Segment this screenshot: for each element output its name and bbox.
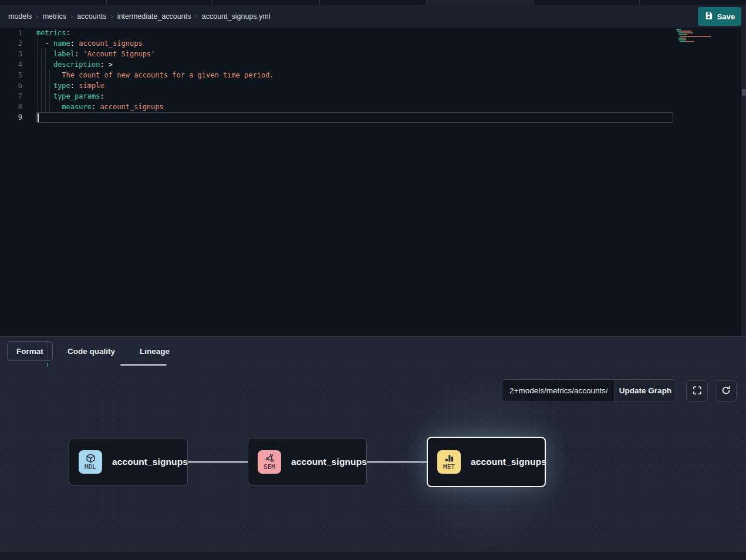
editor-scrollbar[interactable] xyxy=(741,28,746,336)
code-text: measure: account_signups xyxy=(36,102,164,112)
breadcrumb-separator: › xyxy=(195,12,197,21)
top-tab-4[interactable] xyxy=(320,0,427,5)
code-text: type: simple xyxy=(36,80,104,91)
breadcrumb-separator: › xyxy=(70,12,73,21)
badge-type-label: MDL xyxy=(85,464,96,471)
semantic-icon xyxy=(265,453,275,463)
node-label: account_signups xyxy=(112,457,188,467)
mdl-badge: MDL xyxy=(79,450,102,474)
tab-code-quality[interactable]: Code quality xyxy=(67,347,115,356)
code-editor[interactable]: 1metrics:2 - name: account_signups3 labe… xyxy=(0,28,746,336)
indent-guide xyxy=(49,70,50,112)
badge-type-label: SEM xyxy=(264,464,275,471)
top-tab-3[interactable] xyxy=(213,0,320,5)
text-cursor xyxy=(38,113,39,122)
metric-icon xyxy=(444,453,454,463)
code-text: label: 'Account Signups' xyxy=(36,49,155,59)
refresh-button[interactable] xyxy=(715,380,737,402)
code-line-4[interactable]: 4 description: > xyxy=(0,59,746,70)
breadcrumb-separator: › xyxy=(36,12,38,21)
sem-badge: SEM xyxy=(258,450,281,474)
panel-tab-bar: Format Code qualityLineage xyxy=(0,337,746,367)
panel-tabs: Code qualityLineage xyxy=(67,337,170,365)
badge-type-label: MET xyxy=(443,464,455,471)
lineage-selector-input[interactable] xyxy=(502,379,615,402)
save-button[interactable]: Save xyxy=(698,7,741,26)
code-line-8[interactable]: 8 measure: account_signups xyxy=(0,102,746,112)
active-line-highlight xyxy=(36,112,673,123)
line-number: 6 xyxy=(0,80,22,91)
line-number: 2 xyxy=(0,38,22,49)
fullscreen-button[interactable] xyxy=(686,380,708,402)
code-text: description: > xyxy=(36,59,113,70)
save-icon xyxy=(704,11,713,22)
top-tab-5[interactable] xyxy=(427,0,534,5)
code-line-5[interactable]: 5 The count of new accounts for a given … xyxy=(0,70,746,80)
save-button-label: Save xyxy=(717,12,735,21)
line-number: 9 xyxy=(0,112,22,123)
breadcrumb-item[interactable]: models xyxy=(8,12,32,21)
breadcrumb-item[interactable]: account_signups.yml xyxy=(202,12,271,21)
top-tab-strip xyxy=(0,0,746,5)
lineage-node-mdl[interactable]: MDLaccount_signups xyxy=(69,438,188,486)
line-number: 3 xyxy=(0,49,22,59)
met-badge: MET xyxy=(437,450,461,474)
node-label: account_signups xyxy=(291,457,367,467)
bottom-panel: Format Code qualityLineage Update Graph xyxy=(0,336,746,560)
ide-window: models›metrics›accounts›intermediate_acc… xyxy=(0,0,746,560)
line-number: 7 xyxy=(0,91,22,102)
indent-guide xyxy=(41,49,42,112)
code-line-7[interactable]: 7 type_params: xyxy=(0,91,746,102)
code-text: type_params: xyxy=(36,91,104,102)
lineage-selector-group: Update Graph xyxy=(502,379,676,402)
panel-divider-accent xyxy=(47,363,48,367)
node-label: account_signups xyxy=(471,457,546,467)
code-line-6[interactable]: 6 type: simple xyxy=(0,80,746,91)
breadcrumb-bar: models›metrics›accounts›intermediate_acc… xyxy=(0,5,746,28)
lineage-edge xyxy=(367,461,427,463)
top-tab-7[interactable] xyxy=(640,0,746,5)
code-line-3[interactable]: 3 label: 'Account Signups' xyxy=(0,49,746,59)
code-text: The count of new accounts for a given ti… xyxy=(36,70,274,80)
lineage-node-met[interactable]: METaccount_signups xyxy=(427,437,546,487)
indent-guide xyxy=(37,38,38,112)
refresh-icon xyxy=(721,386,731,397)
breadcrumb-item[interactable]: intermediate_accounts xyxy=(117,12,191,21)
breadcrumb-item[interactable]: accounts xyxy=(77,12,106,21)
fullscreen-icon xyxy=(693,386,702,397)
breadcrumb: models›metrics›accounts›intermediate_acc… xyxy=(8,12,271,21)
top-tab-6[interactable] xyxy=(534,0,640,5)
breadcrumb-item[interactable]: metrics xyxy=(43,12,66,21)
line-number: 5 xyxy=(0,70,22,80)
format-button[interactable]: Format xyxy=(7,341,53,361)
code-line-1[interactable]: 1metrics: xyxy=(0,28,746,38)
update-graph-button[interactable]: Update Graph xyxy=(615,379,676,402)
line-number: 4 xyxy=(0,59,22,70)
cube-icon xyxy=(86,453,96,463)
minimap[interactable] xyxy=(676,29,711,45)
active-tab-underline xyxy=(120,364,167,366)
lineage-edge xyxy=(188,461,248,463)
lineage-node-sem[interactable]: SEMaccount_signups xyxy=(248,438,367,486)
editor-scrollbar-thumb[interactable] xyxy=(742,89,746,96)
indent-guide xyxy=(45,49,46,112)
lineage-graph-canvas[interactable]: Update Graph xyxy=(0,367,746,552)
breadcrumb-separator: › xyxy=(110,12,113,21)
code-lines: 1metrics:2 - name: account_signups3 labe… xyxy=(0,28,746,123)
code-line-2[interactable]: 2 - name: account_signups xyxy=(0,38,746,49)
line-number: 8 xyxy=(0,102,22,112)
code-text: metrics: xyxy=(36,28,70,38)
top-tab-2[interactable] xyxy=(107,0,214,5)
tab-lineage[interactable]: Lineage xyxy=(140,347,170,356)
top-tab-1[interactable] xyxy=(0,0,107,5)
panel-divider xyxy=(48,341,48,361)
panel-footer-strip xyxy=(0,552,746,560)
line-number: 1 xyxy=(0,28,22,38)
code-text: - name: account_signups xyxy=(36,38,143,49)
